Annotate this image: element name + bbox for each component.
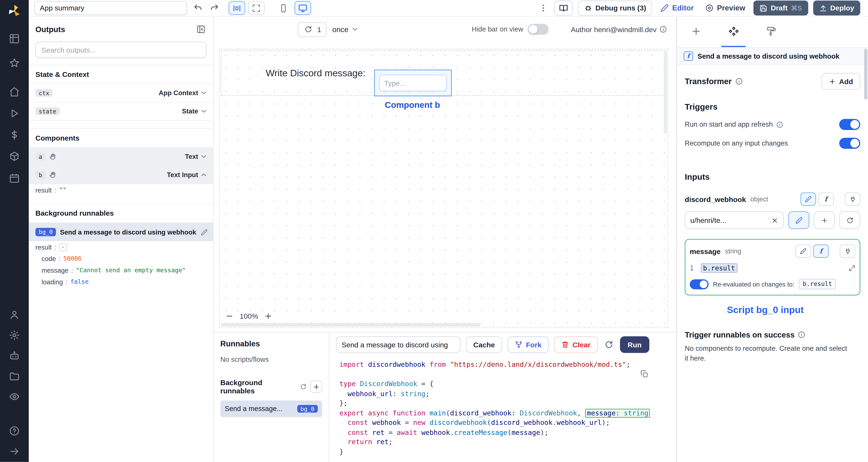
folder-icon[interactable] [9,371,20,382]
code-line[interactable] [339,370,676,380]
gear-icon[interactable] [9,330,20,341]
script-name-input[interactable] [336,336,461,353]
debug-runs-button[interactable]: Debug runs (3) [578,0,652,16]
code-line[interactable]: type DiscordWebhook = { [339,380,676,390]
fork-button[interactable]: Fork [508,336,549,353]
edit-resource-button[interactable] [788,211,809,229]
text-input-component-b[interactable] [374,70,452,96]
output-kv-b-result[interactable]: result:"" [29,184,213,196]
background-runnable-item[interactable]: Send a message... bg_0 [220,401,322,417]
refresh-icon[interactable] [303,24,313,34]
user-icon[interactable] [9,309,20,320]
app-canvas[interactable]: Write Discord message: Component b 100% [219,48,668,328]
output-row-state[interactable]: state State [29,102,213,121]
undo-button[interactable] [192,2,204,14]
restart-button[interactable] [603,339,614,350]
code-editor[interactable]: import discordwebhook from "https://deno… [329,357,676,462]
chevron-down-icon[interactable] [200,89,208,97]
refresh-mode-select[interactable]: once [332,25,359,33]
recompute-on-change-toggle[interactable] [839,138,860,149]
background-runnables-refresh-icon[interactable] [300,383,307,390]
zoom-in-button[interactable] [264,312,273,320]
chevron-up-icon[interactable] [200,171,208,179]
home-icon[interactable] [9,86,20,97]
run-button[interactable]: Run [620,336,649,353]
code-line[interactable]: } [339,448,676,457]
create-resource-button[interactable] [814,211,835,229]
grid-icon[interactable] [9,33,20,44]
robot-icon[interactable] [9,350,20,361]
copy-code-icon[interactable] [641,370,648,378]
code-line[interactable]: }; [339,399,676,409]
code-line[interactable]: const webhook = new discordwebhook(disco… [339,419,676,428]
deploy-button[interactable]: Deploy [813,1,860,15]
clear-button[interactable]: Clear [554,336,597,353]
chevron-down-icon[interactable] [200,107,208,115]
more-menu-button[interactable] [537,2,549,14]
canvas-vertical-scrollbar[interactable] [664,51,667,133]
code-line[interactable]: export async function main(discord_webho… [339,409,676,419]
add-background-runnable-button[interactable] [310,381,322,393]
eval-input-mode-button[interactable]: f [813,244,829,258]
collapse-panel-icon[interactable] [195,24,207,35]
static-input-mode-button[interactable] [796,244,811,258]
reevaluate-toggle[interactable] [690,279,709,289]
search-outputs-input[interactable] [35,41,206,58]
preview-tab-button[interactable]: Preview [702,0,749,16]
add-transformer-button[interactable]: Add [822,73,860,90]
dollar-icon[interactable] [9,130,20,140]
component-settings-tab[interactable] [721,16,746,47]
code-line[interactable]: const ret = await webhook.createMessage(… [339,428,676,438]
eval-input-mode-button[interactable]: f [818,193,834,206]
connect-input-button[interactable] [840,244,855,258]
cube-icon[interactable] [9,151,20,162]
mobile-view-button[interactable] [275,1,292,15]
canvas-grid-row[interactable]: Write Discord message: [221,51,665,96]
text-component-a[interactable]: Write Discord message: [266,68,365,79]
selected-runnable-header[interactable]: f Send a message to discord using webhoo… [677,47,868,65]
code-line[interactable]: import discordwebhook from "https://deno… [339,361,676,370]
expand-sidebar-icon[interactable] [9,446,20,457]
expression-value[interactable]: b.result [701,263,737,273]
info-icon[interactable] [798,331,806,339]
docs-button[interactable] [554,0,573,16]
clear-resource-icon[interactable] [771,217,778,224]
calendar-icon[interactable] [9,173,20,184]
refresh-resource-button[interactable] [839,211,860,229]
edit-pencil-icon[interactable] [201,229,208,235]
play-icon[interactable] [9,108,20,119]
eye-icon[interactable] [9,391,20,402]
info-icon[interactable] [735,77,743,85]
static-input-mode-button[interactable] [801,193,816,206]
css-editor-tab[interactable] [759,16,783,47]
code-line[interactable]: return ret; [339,438,676,448]
zoom-out-button[interactable] [225,312,234,320]
draft-button[interactable]: Draft ⌘S [754,1,808,15]
cache-button[interactable]: Cache [466,336,502,353]
fullscreen-button[interactable] [248,1,265,15]
chevron-down-icon[interactable] [200,153,208,160]
output-kv-bg0-result[interactable]: result: - [29,241,213,253]
hide-bar-toggle[interactable] [528,24,549,35]
insert-component-tab[interactable] [684,16,708,47]
resource-picker-input[interactable]: u/henri/te... [685,211,784,229]
collapse-json-button[interactable]: - [59,243,67,251]
run-on-start-toggle[interactable] [839,119,860,130]
center-layout-button[interactable] [229,1,245,15]
app-summary-input[interactable] [34,1,187,15]
windmill-logo[interactable] [7,4,22,18]
component-row-a[interactable]: a Text [29,148,213,166]
expression-editor[interactable]: 1 b.result [690,263,855,273]
info-icon[interactable] [659,26,667,33]
component-b-input[interactable] [379,75,447,91]
canvas-horizontal-scrollbar[interactable] [221,323,480,327]
output-row-ctx[interactable]: ctx App Context [29,84,213,102]
help-icon[interactable] [9,425,20,436]
star-icon[interactable] [9,58,20,69]
panel-scrollbar[interactable] [864,48,868,99]
editor-tab-button[interactable]: Editor [657,0,697,16]
info-icon[interactable] [776,121,783,128]
background-runnable-row-bg0[interactable]: bg_0 Send a message to discord using web… [29,223,213,241]
desktop-view-button[interactable] [294,1,311,15]
connect-input-button[interactable] [845,193,860,206]
